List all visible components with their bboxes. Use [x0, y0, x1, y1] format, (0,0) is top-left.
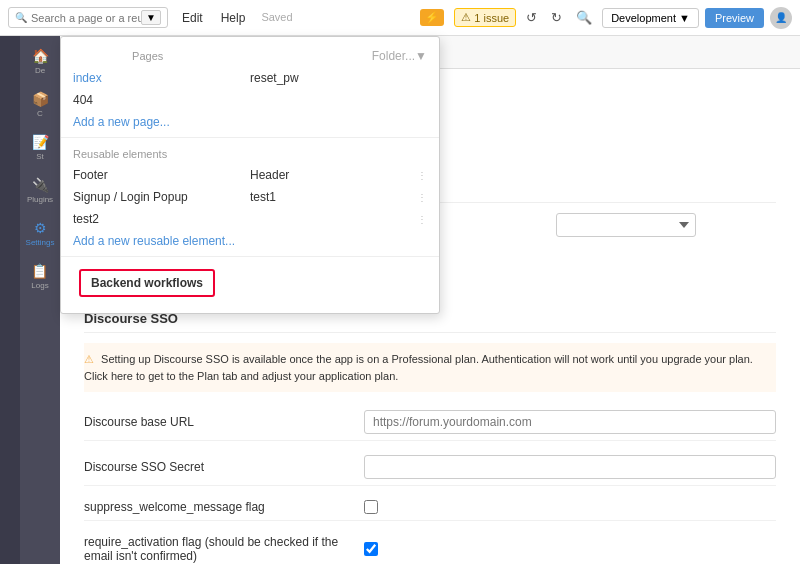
- saved-status: Saved: [255, 7, 298, 29]
- folder-chevron-icon: ▼: [415, 49, 427, 63]
- sidebar-item-logs[interactable]: 📋 Logs: [29, 259, 50, 294]
- styles-icon: 📝: [32, 134, 49, 150]
- dev-button[interactable]: Development ▼: [602, 8, 699, 28]
- discourse-sso-secret-row: Discourse SSO Secret: [84, 449, 776, 486]
- sidebar-item-settings[interactable]: ⚙ Settings: [24, 216, 57, 251]
- page-item-reset-pw[interactable]: reset_pw: [250, 71, 427, 85]
- search-input[interactable]: [31, 12, 141, 24]
- reusable-item-test2[interactable]: test2: [73, 212, 250, 226]
- reusable-section-label: Reusable elements: [61, 142, 439, 164]
- chevron-down-icon[interactable]: ▼: [141, 10, 161, 25]
- discourse-base-url-row: Discourse base URL: [84, 404, 776, 441]
- search-icon: 🔍: [15, 12, 27, 23]
- left-sidebar: [0, 36, 20, 564]
- reusable-item-signup[interactable]: Signup / Login Popup: [73, 190, 250, 204]
- pages-label: Pages: [73, 50, 222, 62]
- design-icon: 🏠: [32, 48, 49, 64]
- preview-button[interactable]: Preview: [705, 8, 764, 28]
- page-item-index[interactable]: index: [73, 71, 250, 85]
- issue-label: 1 issue: [474, 12, 509, 24]
- sidebar-item-label: De: [35, 66, 45, 75]
- pages-dropdown: Pages Folder... ▼ index reset_pw 404 Add…: [60, 36, 440, 314]
- reusable-item-footer[interactable]: Footer: [73, 168, 250, 182]
- components-icon: 📦: [32, 91, 49, 107]
- suppress-flag-row: suppress_welcome_message flag: [84, 494, 776, 521]
- discourse-warning: ⚠ Setting up Discourse SSO is available …: [84, 343, 776, 392]
- discourse-warning-text: Setting up Discourse SSO is available on…: [84, 353, 753, 382]
- divider-reusable: [61, 256, 439, 257]
- backend-workflows-button[interactable]: Backend workflows: [79, 269, 215, 297]
- page-name-reset-pw: reset_pw: [250, 71, 299, 85]
- sidebar-item-styles[interactable]: 📝 St: [30, 130, 51, 165]
- reusable-item-test1[interactable]: test1 ⋮: [250, 190, 427, 204]
- search-top-button[interactable]: 🔍: [572, 8, 596, 27]
- page-name-index: index: [73, 71, 102, 85]
- search-box[interactable]: 🔍 ▼: [8, 7, 168, 28]
- sidebar-item-label: C: [37, 109, 43, 118]
- sidebar-item-design[interactable]: 🏠 De: [30, 44, 51, 79]
- sidebar-item-label: Logs: [31, 281, 48, 290]
- top-menu: Edit Help Saved: [174, 7, 299, 29]
- reusable-name-signup: Signup / Login Popup: [73, 190, 188, 204]
- discourse-sso-secret-label: Discourse SSO Secret: [84, 460, 364, 474]
- warning-icon: ⚠: [461, 11, 471, 24]
- reusable-row-signup: Signup / Login Popup test1 ⋮: [61, 186, 439, 208]
- undo-button[interactable]: ↺: [522, 8, 541, 27]
- discourse-sso-secret-input[interactable]: [364, 455, 776, 479]
- issue-badge[interactable]: ⚠ 1 issue: [454, 8, 516, 27]
- edit-menu[interactable]: Edit: [174, 7, 211, 29]
- logs-icon: 📋: [31, 263, 48, 279]
- reusable-item-header[interactable]: Header ⋮: [250, 168, 427, 182]
- suppress-flag-label: suppress_welcome_message flag: [84, 500, 364, 514]
- reusable-row-footer: Footer Header ⋮: [61, 164, 439, 186]
- dev-label: Development: [611, 12, 676, 24]
- settings-icon: ⚙: [34, 220, 47, 236]
- pages-header: Pages Folder... ▼: [61, 45, 439, 67]
- backend-workflows-container: Backend workflows: [61, 261, 439, 305]
- page-add-label: Add a new page...: [73, 115, 170, 129]
- reusable-row-add: Add a new reusable element...: [61, 230, 439, 252]
- app-icon[interactable]: ⚡: [420, 9, 444, 26]
- sidebar-item-plugins[interactable]: 🔌 Plugins: [25, 173, 55, 208]
- reusable-name-header: Header: [250, 168, 289, 182]
- folder-label[interactable]: Folder...: [372, 49, 415, 63]
- page-name-404: 404: [73, 93, 93, 107]
- reusable-item-empty: ⋮: [250, 214, 427, 225]
- warning-triangle-icon: ⚠: [84, 353, 94, 365]
- suppress-flag-checkbox[interactable]: [364, 500, 378, 514]
- reusable-name-footer: Footer: [73, 168, 108, 182]
- pages-row-404: 404: [61, 89, 439, 111]
- sidebar-item-label: Plugins: [27, 195, 53, 204]
- page-item-add[interactable]: Add a new page...: [73, 115, 427, 129]
- help-menu[interactable]: Help: [213, 7, 254, 29]
- discourse-base-url-input[interactable]: [364, 410, 776, 434]
- divider-pages: [61, 137, 439, 138]
- discourse-base-url-label: Discourse base URL: [84, 415, 364, 429]
- sidebar-item-label: St: [36, 152, 44, 161]
- dots-icon-3: ⋮: [417, 214, 427, 225]
- plugins-icon: 🔌: [32, 177, 49, 193]
- sidebar-item-components[interactable]: 📦 C: [30, 87, 51, 122]
- reusable-name-test2: test2: [73, 212, 99, 226]
- dots-icon-2: ⋮: [417, 192, 427, 203]
- topbar: 🔍 ▼ Edit Help Saved ⚡ ⚠ 1 issue ↺ ↻ 🔍 De…: [0, 0, 800, 36]
- dots-icon: ⋮: [417, 170, 427, 181]
- pages-row-add: Add a new page...: [61, 111, 439, 133]
- require-activation-row: require_activation flag (should be check…: [84, 529, 776, 564]
- reusable-row-test2: test2 ⋮: [61, 208, 439, 230]
- pages-row-index: index reset_pw: [61, 67, 439, 89]
- oauth-login-select[interactable]: [556, 213, 696, 237]
- sidebar-item-label: Settings: [26, 238, 55, 247]
- discourse-section: Discourse SSO ⚠ Setting up Discourse SSO…: [84, 311, 776, 564]
- discourse-section-title: Discourse SSO: [84, 311, 776, 333]
- avatar[interactable]: 👤: [770, 7, 792, 29]
- page-item-404[interactable]: 404: [73, 93, 250, 107]
- require-activation-checkbox[interactable]: [364, 542, 378, 556]
- redo-button[interactable]: ↻: [547, 8, 566, 27]
- dev-chevron-icon: ▼: [679, 12, 690, 24]
- reusable-name-test1: test1: [250, 190, 276, 204]
- reusable-item-add[interactable]: Add a new reusable element...: [73, 234, 427, 248]
- reusable-add-label: Add a new reusable element...: [73, 234, 235, 248]
- require-activation-label: require_activation flag (should be check…: [84, 535, 364, 563]
- named-sidebar: 🏠 De 📦 C 📝 St 🔌 Plugins ⚙ Settings 📋 Log…: [20, 36, 60, 564]
